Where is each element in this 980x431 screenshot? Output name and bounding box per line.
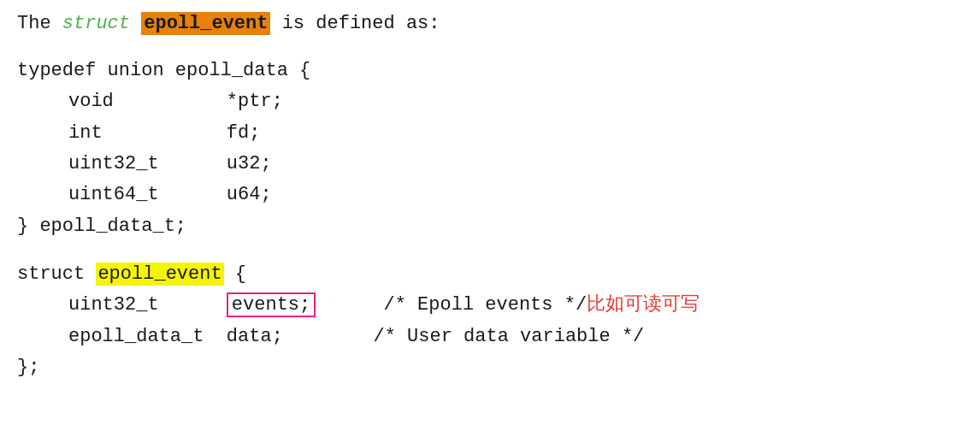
code-block: typedef union epoll_data { void *ptr; in… — [17, 56, 963, 383]
typedef-member-1: int fd; — [17, 118, 963, 149]
intro-after: is defined as: — [270, 13, 440, 34]
typedef-closing: } epoll_data_t; — [17, 211, 963, 242]
struct-opening: { — [224, 263, 246, 285]
struct-keyword: struct — [17, 263, 96, 285]
typedef-member-0: void *ptr; — [17, 86, 963, 117]
typedef-member-2: uint32_t u32; — [17, 149, 963, 180]
intro-struct-name: epoll_event — [141, 12, 270, 35]
struct-line1: struct epoll_event { — [17, 259, 963, 290]
intro-space — [130, 13, 141, 34]
comment-1: /* User data variable */ — [373, 326, 644, 347]
comment-0: /* Epoll events */ — [383, 294, 587, 316]
struct-member-0: uint32_t events; /* Epoll events */比如可读可… — [17, 290, 963, 321]
intro-line: The struct epoll_event is defined as: — [17, 9, 963, 38]
intro-struct-keyword: struct — [62, 13, 130, 34]
struct-name-highlight: epoll_event — [96, 263, 223, 286]
struct-closing: }; — [17, 352, 963, 383]
comment-chinese-0: 比如可读可写 — [587, 294, 700, 316]
typedef-line1: typedef union epoll_data { — [17, 56, 963, 86]
events-box: events; — [227, 292, 316, 317]
typedef-member-3: uint64_t u64; — [17, 180, 963, 210]
struct-member-1: epoll_data_t data; /* User data variable… — [17, 322, 963, 352]
intro-before: The — [17, 13, 62, 34]
